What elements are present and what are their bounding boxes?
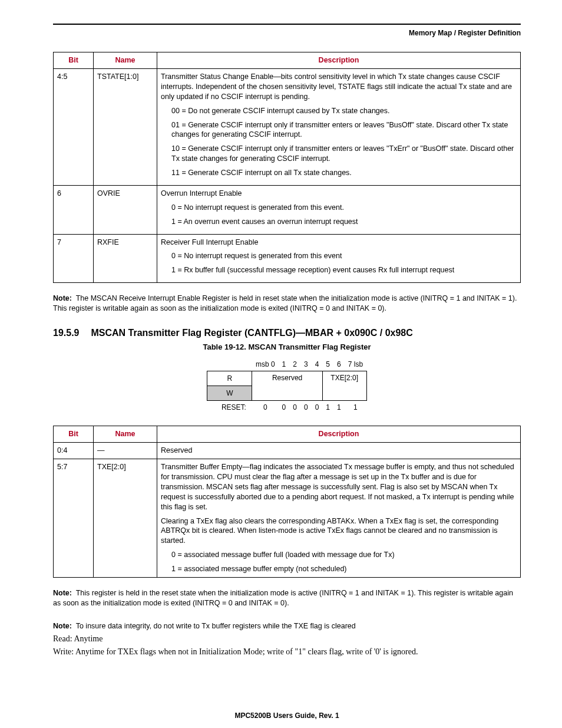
footer-right: 19-13 bbox=[501, 726, 521, 728]
reset-val: 0 bbox=[279, 401, 290, 414]
note-1: Note: The MSCAN Receive Interrupt Enable… bbox=[53, 294, 521, 314]
note-label: Note: bbox=[53, 589, 72, 597]
read-anytime: Read: Anytime bbox=[53, 634, 521, 645]
note-text: The MSCAN Receive Interrupt Enable Regis… bbox=[53, 294, 517, 312]
cell-desc: Overrun Interrupt Enable 0 = No interrup… bbox=[157, 185, 521, 234]
cell-bit: 7 bbox=[54, 234, 94, 283]
bitfield-diagram: msb 0 1 2 3 4 5 6 7 lsb R Reserved TXE[2… bbox=[207, 358, 366, 414]
top-rule bbox=[53, 24, 521, 25]
desc-text: 0 = No interrupt request is generated fr… bbox=[171, 251, 517, 261]
table-caption: Table 19-12. MSCAN Transmitter Flag Regi… bbox=[53, 342, 521, 353]
desc-text: 0 = associated message buffer full (load… bbox=[171, 550, 517, 560]
table-row: 5:7 TXE[2:0] Transmitter Buffer Empty—fl… bbox=[54, 459, 521, 578]
desc-text: Transmitter Buffer Empty—flag indicates … bbox=[161, 462, 517, 512]
write-info: Write: Anytime for TXEx flags when not i… bbox=[53, 647, 521, 658]
desc-text: 0 = No interrupt request is generated fr… bbox=[171, 203, 517, 213]
reset-val: 1 bbox=[333, 401, 345, 414]
reset-val: 0 bbox=[312, 401, 323, 414]
reset-val: 0 bbox=[300, 401, 312, 414]
desc-text: 10 = Generate CSCIF interrupt only if tr… bbox=[171, 144, 517, 164]
register-table-2: Bit Name Description 0:4 — Reserved 5:7 … bbox=[53, 426, 521, 578]
table-row: 4:5 TSTATE[1:0] Transmitter Status Chang… bbox=[54, 69, 521, 186]
reset-val: 1 bbox=[322, 401, 333, 414]
bit-header: 7 lsb bbox=[345, 358, 366, 371]
cell-bit: 0:4 bbox=[54, 443, 94, 459]
cell-name: OVRIE bbox=[94, 185, 157, 234]
section-heading: 19.5.9 MSCAN Transmitter Flag Register (… bbox=[53, 327, 521, 340]
cell-name: TSTATE[1:0] bbox=[94, 69, 157, 186]
footer-title: MPC5200B Users Guide, Rev. 1 bbox=[53, 711, 521, 720]
note-label: Note: bbox=[53, 294, 72, 302]
desc-text: Overrun Interrupt Enable bbox=[161, 189, 517, 199]
cell-bit: 5:7 bbox=[54, 459, 94, 578]
desc-text: Receiver Full Interrupt Enable bbox=[161, 238, 517, 248]
section-number: 19.5.9 bbox=[53, 327, 88, 340]
th-name: Name bbox=[94, 426, 157, 443]
bit-header: 4 bbox=[312, 358, 323, 371]
note-text: To insure data integrity, do not write t… bbox=[76, 622, 356, 630]
row-w-label: W bbox=[207, 386, 252, 401]
reset-label: RESET: bbox=[207, 401, 252, 414]
note-2: Note: This register is held in the reset… bbox=[53, 588, 521, 608]
desc-text: 00 = Do not generate CSCIF interrupt cau… bbox=[171, 106, 517, 116]
table-row: 0:4 — Reserved bbox=[54, 443, 521, 459]
register-table-1: Bit Name Description 4:5 TSTATE[1:0] Tra… bbox=[53, 52, 521, 283]
th-bit: Bit bbox=[54, 426, 94, 443]
th-bit: Bit bbox=[54, 52, 94, 69]
note-3: Note: To insure data integrity, do not w… bbox=[53, 621, 521, 631]
th-desc: Description bbox=[157, 426, 521, 443]
cell-bit: 6 bbox=[54, 185, 94, 234]
th-name: Name bbox=[94, 52, 157, 69]
desc-text: 1 = associated message buffer empty (not… bbox=[171, 564, 517, 574]
cell-bit: 4:5 bbox=[54, 69, 94, 186]
note-text: This register is held in the reset state… bbox=[53, 589, 513, 607]
reserved-field: Reserved bbox=[252, 371, 322, 401]
desc-text: 1 = An overrun event causes an overrun i… bbox=[171, 217, 517, 227]
desc-text: 1 = Rx buffer full (successful message r… bbox=[171, 265, 517, 275]
row-r-label: R bbox=[207, 371, 252, 386]
desc-text: Reserved bbox=[161, 446, 517, 456]
cell-desc: Receiver Full Interrupt Enable 0 = No in… bbox=[157, 234, 521, 283]
reset-val: 0 bbox=[289, 401, 300, 414]
reset-val: 1 bbox=[345, 401, 366, 414]
desc-text: Transmitter Status Change Enable—bits co… bbox=[161, 72, 517, 102]
table-row: 7 RXFIE Receiver Full Interrupt Enable 0… bbox=[54, 234, 521, 283]
bit-header: 6 bbox=[333, 358, 345, 371]
cell-name: — bbox=[94, 443, 157, 459]
reset-val: 0 bbox=[252, 401, 279, 414]
cell-desc: Transmitter Status Change Enable—bits co… bbox=[157, 69, 521, 186]
cell-desc: Transmitter Buffer Empty—flag indicates … bbox=[157, 459, 521, 578]
bit-header: 3 bbox=[300, 358, 312, 371]
footer-left: Freescale Semiconductor bbox=[53, 726, 140, 728]
running-head: Memory Map / Register Definition bbox=[53, 28, 521, 38]
section-title: MSCAN Transmitter Flag Register (CANTFLG… bbox=[91, 328, 412, 338]
desc-text: Clearing a TxEx flag also clears the cor… bbox=[161, 516, 517, 546]
footer-row: Freescale Semiconductor 19-13 bbox=[53, 726, 521, 728]
cell-name: RXFIE bbox=[94, 234, 157, 283]
bit-header: msb 0 bbox=[252, 358, 279, 371]
bit-header: 2 bbox=[289, 358, 300, 371]
th-desc: Description bbox=[157, 52, 521, 69]
bit-header: 1 bbox=[279, 358, 290, 371]
cell-desc: Reserved bbox=[157, 443, 521, 459]
note-label: Note: bbox=[53, 622, 72, 630]
txe-field: TXE[2:0] bbox=[322, 371, 366, 401]
desc-text: 01 = Generate CSCIF interrupt only if tr… bbox=[171, 120, 517, 140]
table-row: 6 OVRIE Overrun Interrupt Enable 0 = No … bbox=[54, 185, 521, 234]
desc-text: 11 = Generate CSCIF interrupt on all Tx … bbox=[171, 168, 517, 178]
cell-name: TXE[2:0] bbox=[94, 459, 157, 578]
bit-header: 5 bbox=[322, 358, 333, 371]
